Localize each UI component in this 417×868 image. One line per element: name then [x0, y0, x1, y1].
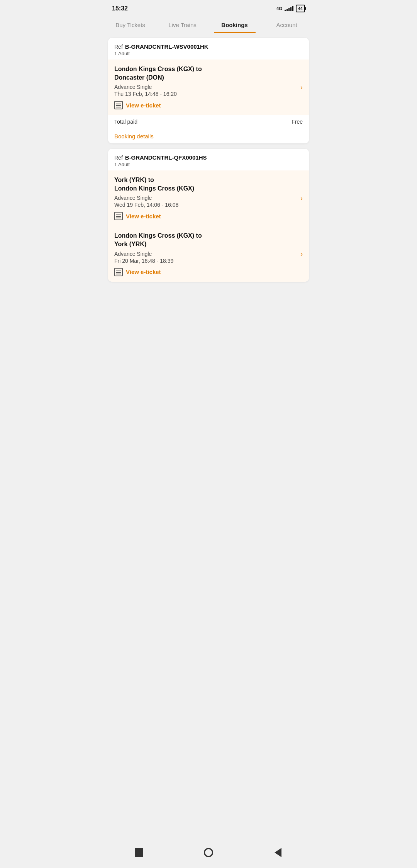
- eticket-icon-2a: [114, 212, 123, 220]
- status-bar: 15:32 4G 44: [104, 0, 313, 15]
- view-eticket-btn-1[interactable]: View e-ticket: [114, 101, 303, 109]
- view-eticket-btn-2a[interactable]: View e-ticket: [114, 212, 303, 220]
- booking-passengers-2: 1 Adult: [114, 162, 303, 167]
- journey-from-2b: London Kings Cross (KGX) to: [114, 232, 202, 239]
- booking-card-1-header: Ref B-GRANDCNTRL-WSV0001HK 1 Adult: [108, 38, 309, 60]
- journey-route-2a: York (YRK) to London Kings Cross (KGX): [114, 176, 303, 192]
- home-icon: [204, 848, 213, 857]
- journey-segment-2a[interactable]: York (YRK) to London Kings Cross (KGX) A…: [108, 170, 309, 226]
- network-indicator: 4G: [276, 6, 282, 11]
- back-icon: [275, 848, 281, 857]
- journey-segment-2b[interactable]: London Kings Cross (KGX) to York (YRK) A…: [108, 226, 309, 281]
- tab-bookings[interactable]: Bookings: [208, 19, 261, 33]
- booking-ref-value-2: B-GRANDCNTRL-QFX0001HS: [125, 154, 207, 161]
- eticket-icon-1: [114, 101, 123, 109]
- chevron-right-2a: ›: [300, 194, 303, 202]
- journey-from-2a: York (YRK) to: [114, 177, 154, 183]
- journey-datetime-1: Thu 13 Feb, 14:48 - 16:20: [114, 91, 303, 97]
- booking-ref-value: B-GRANDCNTRL-WSV0001HK: [125, 43, 208, 50]
- journey-to-2b: York (YRK): [114, 241, 146, 247]
- booking-card-1-footer: Total paid Free Booking details: [108, 115, 309, 143]
- back-button[interactable]: [131, 845, 147, 860]
- journey-route-2b: London Kings Cross (KGX) to York (YRK): [114, 231, 303, 248]
- total-paid-label: Total paid: [114, 119, 137, 125]
- journey-type-2b: Advance Single: [114, 251, 303, 257]
- booking-details-link[interactable]: Booking details: [114, 129, 303, 140]
- tab-live-trains[interactable]: Live Trains: [156, 19, 208, 33]
- journey-to-2a: London Kings Cross (KGX): [114, 185, 194, 192]
- ref-label: Ref: [114, 44, 123, 50]
- total-paid-row: Total paid Free: [114, 119, 303, 129]
- booking-card-2-header: Ref B-GRANDCNTRL-QFX0001HS 1 Adult: [108, 149, 309, 170]
- status-time: 15:32: [112, 5, 128, 12]
- main-content: Ref B-GRANDCNTRL-WSV0001HK 1 Adult Londo…: [104, 33, 313, 840]
- journey-from-1: London Kings Cross (KGX) to: [114, 66, 202, 72]
- view-eticket-label-2b: View e-ticket: [126, 269, 161, 275]
- journey-route-1: London Kings Cross (KGX) to Doncaster (D…: [114, 65, 303, 82]
- journey-type-2a: Advance Single: [114, 195, 303, 201]
- eticket-icon-2b: [114, 268, 123, 276]
- booking-card-1: Ref B-GRANDCNTRL-WSV0001HK 1 Adult Londo…: [108, 38, 309, 143]
- signal-bars: [285, 6, 293, 11]
- chevron-right-2b: ›: [300, 250, 303, 258]
- journey-datetime-2a: Wed 19 Feb, 14:06 - 16:08: [114, 202, 303, 208]
- tab-account[interactable]: Account: [261, 19, 313, 33]
- journey-type-1: Advance Single: [114, 84, 303, 90]
- tab-buy-tickets[interactable]: Buy Tickets: [104, 19, 156, 33]
- bottom-nav-bar: [104, 840, 313, 868]
- status-icons: 4G 44: [276, 5, 305, 12]
- total-paid-value: Free: [292, 119, 303, 125]
- booking-ref-line-2: Ref B-GRANDCNTRL-QFX0001HS: [114, 154, 303, 161]
- ref-label-2: Ref: [114, 155, 123, 161]
- journey-to-1: Doncaster (DON): [114, 74, 164, 81]
- home-button[interactable]: [201, 845, 216, 860]
- stop-icon: [135, 848, 143, 857]
- journey-datetime-2b: Fri 20 Mar, 16:48 - 18:39: [114, 258, 303, 264]
- view-eticket-label-1: View e-ticket: [126, 102, 161, 109]
- battery-indicator: 44: [296, 5, 305, 12]
- booking-card-2: Ref B-GRANDCNTRL-QFX0001HS 1 Adult York …: [108, 149, 309, 281]
- booking-passengers: 1 Adult: [114, 51, 303, 56]
- view-eticket-btn-2b[interactable]: View e-ticket: [114, 268, 303, 276]
- view-eticket-label-2a: View e-ticket: [126, 213, 161, 220]
- navigation-tabs: Buy Tickets Live Trains Bookings Account: [104, 15, 313, 33]
- chevron-right-1: ›: [300, 83, 303, 91]
- recents-button[interactable]: [270, 845, 286, 860]
- booking-ref-line: Ref B-GRANDCNTRL-WSV0001HK: [114, 43, 303, 50]
- journey-segment-1[interactable]: London Kings Cross (KGX) to Doncaster (D…: [108, 60, 309, 115]
